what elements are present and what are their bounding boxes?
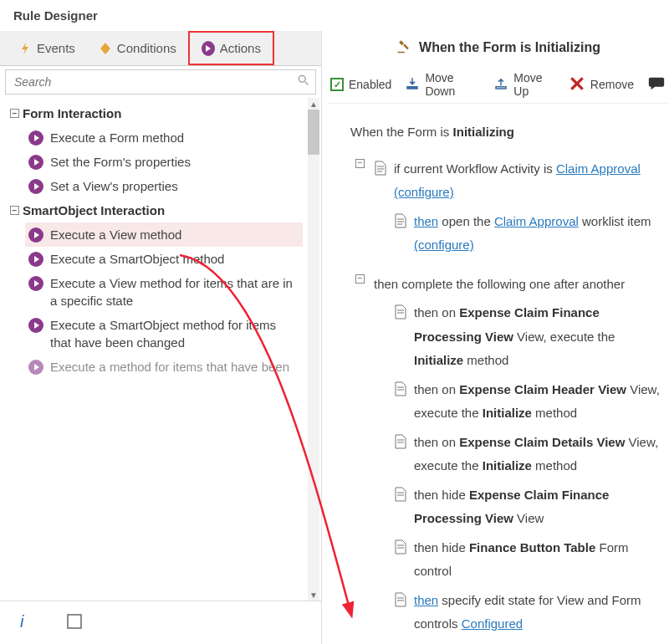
if-prefix: if current Workflow Activity is (394, 161, 556, 176)
tree-item[interactable]: Execute a SmartObject method for items t… (25, 313, 303, 355)
arrow-circle-icon (202, 42, 215, 55)
step-prefix: then on (414, 382, 459, 396)
collapse-icon[interactable]: − (10, 109, 19, 118)
step-suffix: method (532, 458, 577, 473)
sub-then-mid: open the (438, 214, 494, 228)
page-icon (394, 592, 407, 607)
group-label: SmartObject Interaction (23, 203, 165, 217)
then-link[interactable]: then (414, 214, 438, 228)
page-icon (394, 434, 407, 449)
search-input[interactable] (5, 69, 316, 95)
step-suffix: method (463, 353, 508, 367)
tree-item-label: Execute a View method (50, 226, 181, 243)
x-icon (569, 75, 585, 95)
lightning-icon (18, 42, 32, 55)
page-icon (394, 304, 407, 319)
step-prefix: then on (414, 305, 459, 319)
download-icon (405, 76, 420, 94)
step-view: Expense Claim Details View (459, 435, 625, 449)
collapse-icon[interactable]: − (10, 206, 19, 215)
arrow-circle-icon (28, 360, 43, 375)
group-smartobject-interaction: − SmartObject Interaction Execute a View… (10, 203, 303, 379)
configure-link[interactable]: (configure) (394, 185, 454, 199)
right-heading: When the Form is Initializing (419, 40, 600, 55)
then-link[interactable]: then (414, 593, 438, 607)
group-form-interaction: − Form Interaction Execute a Form method (10, 106, 303, 198)
step-view: Finance Button Table (469, 540, 595, 555)
move-up-label: Move Up (513, 71, 555, 98)
tab-events[interactable]: Events (7, 31, 87, 65)
arrow-circle-icon (28, 130, 43, 146)
scroll-thumb[interactable] (308, 110, 319, 155)
step-method: Initialize (483, 406, 532, 420)
tree-item-label: Execute a SmartObject method (50, 250, 224, 268)
tab-actions-label: Actions (220, 41, 261, 55)
step-prefix: then hide (414, 540, 469, 555)
tab-bar: Events Conditions Actions (0, 31, 321, 66)
collapse-icon[interactable]: − (355, 159, 365, 168)
configured-link[interactable]: Configured (462, 616, 523, 631)
scroll-up-icon[interactable]: ▲ (308, 98, 319, 110)
left-panel: Events Conditions Actions (0, 31, 322, 644)
page-root: Rule Designer Events Conditions (0, 0, 669, 644)
tree-item[interactable]: Execute a Form method (25, 125, 303, 150)
step-prefix: then hide (414, 488, 469, 502)
tab-conditions-label: Conditions (117, 41, 176, 55)
arrow-circle-icon (28, 252, 43, 267)
tree-item[interactable]: Set a View's properties (25, 174, 303, 198)
step-method: Initialize (483, 458, 532, 473)
tree-item-label: Execute a method for items that have bee… (50, 358, 289, 376)
tree-item[interactable]: Execute a method for items that have bee… (25, 355, 303, 379)
rule-root-prefix: When the Form is (350, 125, 453, 139)
move-up-button[interactable]: Move Up (493, 71, 555, 98)
scroll-down-icon[interactable]: ▼ (308, 589, 319, 601)
comment-icon[interactable] (647, 74, 666, 95)
tree-item-label: Execute a SmartObject method for items t… (50, 316, 299, 351)
remove-button[interactable]: Remove (569, 75, 634, 95)
box-icon[interactable] (67, 614, 82, 631)
tree-item[interactable]: Execute a View method for items that are… (25, 271, 303, 313)
tree-item-label: Set a View's properties (50, 177, 178, 195)
collapse-icon[interactable]: − (355, 274, 365, 284)
step-method: Initialize (414, 353, 463, 367)
tab-events-label: Events (37, 41, 75, 55)
left-scrollbar[interactable]: ▲ ▼ (308, 98, 319, 601)
tree-item-execute-view-method[interactable]: Execute a View method (25, 222, 303, 247)
move-down-label: Move Down (425, 71, 480, 98)
remove-label: Remove (590, 78, 634, 91)
tree-item-label: Set the Form's properties (50, 153, 191, 171)
svg-line-1 (305, 82, 309, 85)
claim-approval-link[interactable]: Claim Approval (494, 214, 579, 228)
step-suffix: method (532, 406, 577, 420)
move-down-button[interactable]: Move Down (405, 71, 480, 98)
rule-root-event: Initializing (453, 125, 514, 139)
search-icon (298, 74, 309, 89)
svg-rect-3 (68, 615, 81, 628)
rule-definition: When the Form is Initializing − if curre… (327, 104, 669, 644)
main-columns: Events Conditions Actions (0, 31, 669, 644)
configure-link[interactable]: (configure) (414, 238, 474, 252)
tab-conditions[interactable]: Conditions (87, 31, 188, 65)
right-panel: When the Form is Initializing ✓ Enabled … (322, 31, 669, 644)
enabled-toggle[interactable]: ✓ Enabled (330, 78, 391, 91)
svg-text:i: i (20, 613, 24, 630)
group-header-smartobject-interaction[interactable]: − SmartObject Interaction (10, 203, 303, 217)
step-mid: View, execute the (513, 330, 615, 344)
diamond-icon (99, 42, 112, 55)
action-tree: − Form Interaction Execute a Form method (0, 98, 321, 601)
tree-item[interactable]: Execute a SmartObject method (25, 247, 303, 271)
sub-then-suffix: worklist item (579, 214, 651, 228)
page-icon (394, 539, 407, 555)
arrow-circle-icon (28, 276, 43, 291)
gavel-icon (396, 38, 412, 58)
page-title: Rule Designer (0, 0, 669, 31)
page-icon (394, 213, 407, 228)
claim-approval-link[interactable]: Claim Approval (556, 161, 641, 176)
tree-item[interactable]: Set the Form's properties (25, 150, 303, 174)
group-header-form-interaction[interactable]: − Form Interaction (10, 106, 303, 120)
tab-actions[interactable]: Actions (188, 31, 274, 65)
info-icon[interactable]: i (17, 613, 33, 632)
arrow-circle-icon (28, 227, 43, 243)
arrow-circle-icon (28, 318, 43, 333)
step-prefix: then on (414, 435, 459, 449)
